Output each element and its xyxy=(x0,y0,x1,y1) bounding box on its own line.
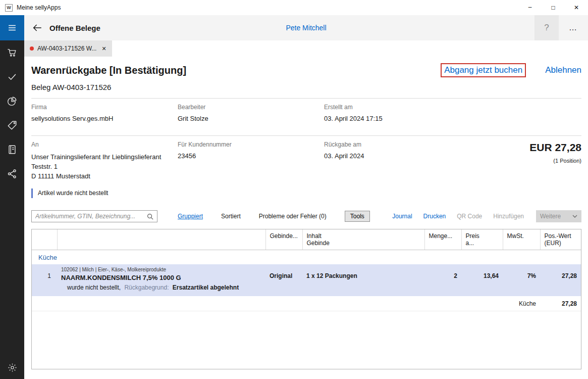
minimize-button[interactable]: – xyxy=(518,0,542,15)
item-mwst: 7% xyxy=(503,264,540,282)
erstellt-label: Erstellt am xyxy=(324,104,581,111)
item-note-value: Ersatzartikel abgelehnt xyxy=(173,284,239,291)
col-preis-header[interactable]: Preis a... xyxy=(461,229,503,250)
maximize-button[interactable]: □ xyxy=(542,0,565,15)
summary-group-label: Küche xyxy=(32,296,540,311)
item-meta: 102062 | Milch | Eier-, Käse-, Molkereip… xyxy=(61,267,265,272)
bearbeiter-label: Bearbeiter xyxy=(178,104,324,111)
sidebar-item-cart[interactable] xyxy=(0,40,24,65)
field-an: An Unser Trainingslieferant Ihr Liebling… xyxy=(31,141,178,181)
probleme-link[interactable]: Probleme oder Fehler (0) xyxy=(259,213,327,220)
field-kundennummer: Für Kundennummer 23456 xyxy=(178,141,324,181)
item-note-label: Rückgabegrund: xyxy=(124,284,169,291)
document-total: EUR 27,28 (1 Position) xyxy=(440,141,581,181)
item-poswert: 27,28 xyxy=(540,264,581,282)
back-arrow-icon xyxy=(32,22,43,33)
ellipsis-icon: … xyxy=(569,23,578,32)
rueckgabe-label: Rückgabe am xyxy=(324,141,440,148)
positions-table: Gebinde... Inhalt Gebinde Menge... Preis xyxy=(31,229,581,369)
item-inhalt: 1 x 12 Packungen xyxy=(302,264,424,282)
user-name[interactable]: Pete Mitchell xyxy=(286,24,326,32)
article-toolbar: Gruppiert Sortiert Probleme oder Fehler … xyxy=(31,210,581,222)
summary-group-value: 27,28 xyxy=(540,296,581,311)
col-inhalt-header[interactable]: Inhalt Gebinde xyxy=(302,229,424,250)
hinzufuegen-link[interactable]: Hinzufügen xyxy=(493,213,524,220)
erstellt-value: 03. April 2024 17:15 xyxy=(324,115,581,122)
item-note-row: wurde nicht bestellt, Rückgabegrund: Ers… xyxy=(32,282,581,296)
an-line-2: Teststr. 1 xyxy=(31,162,178,171)
sidebar-item-journal[interactable] xyxy=(0,137,24,162)
sidebar-item-statistics[interactable] xyxy=(0,89,24,113)
kundennummer-label: Für Kundennummer xyxy=(178,141,324,148)
an-line-3: D 11111 Musterstadt xyxy=(31,171,178,181)
kundennummer-value: 23456 xyxy=(178,152,324,160)
reject-action[interactable]: Ablehnen xyxy=(545,65,581,75)
tab-strip: AW-0403-171526 W... ✕ xyxy=(24,40,588,57)
search-icon xyxy=(146,213,154,220)
an-line-1: Unser Trainingslieferant Ihr Lieblingsli… xyxy=(31,152,178,162)
pie-chart-icon xyxy=(7,96,18,107)
hamburger-icon xyxy=(7,22,18,33)
firma-value: sellysolutions Serv.ges.mbH xyxy=(31,115,178,122)
share-icon xyxy=(7,168,18,179)
sidebar-item-tasks[interactable] xyxy=(0,65,24,89)
col-menge-header[interactable]: Menge... xyxy=(424,229,461,250)
close-button[interactable]: ✕ xyxy=(565,0,588,15)
help-button[interactable]: ? xyxy=(534,15,559,40)
weitere-dropdown[interactable]: Weitere xyxy=(536,210,581,222)
sidebar-item-menu[interactable] xyxy=(0,15,24,40)
item-gebinde: Original xyxy=(265,264,302,282)
col-pos-header xyxy=(32,229,57,250)
field-erstellt-am: Erstellt am 03. April 2024 17:15 xyxy=(324,104,581,122)
tab-label: AW-0403-171526 W... xyxy=(37,45,96,52)
window-title: Meine sellyApps xyxy=(17,4,61,11)
warning-banner: Artikel wurde nicht bestellt xyxy=(31,188,581,198)
rueckgabe-value: 03. April 2024 xyxy=(324,152,440,160)
col-inhalt-line1: Inhalt xyxy=(307,232,420,240)
item-position: 1 xyxy=(32,264,57,282)
book-outflow-action[interactable]: Abgang jetzt buchen xyxy=(441,63,526,77)
col-inhalt-line2: Gebinde xyxy=(307,240,420,247)
sidebar-item-price-tag[interactable] xyxy=(0,113,24,137)
back-button[interactable] xyxy=(28,15,46,40)
an-label: An xyxy=(31,141,178,148)
sortiert-link[interactable]: Sortiert xyxy=(221,213,241,220)
item-preis: 13,64 xyxy=(461,264,503,282)
col-mwst-header[interactable]: MwSt. xyxy=(503,229,540,250)
firma-label: Firma xyxy=(31,104,178,111)
sidebar-spacer xyxy=(0,186,24,356)
col-gebinde-label: Gebinde... xyxy=(270,232,298,240)
item-description-cell: 102062 | Milch | Eier-, Käse-, Molkereip… xyxy=(57,264,265,282)
search-box[interactable] xyxy=(31,210,157,222)
table-row[interactable]: 1 102062 | Milch | Eier-, Käse-, Molkere… xyxy=(32,264,581,282)
item-note-spacer xyxy=(32,282,57,296)
item-menge: 2 xyxy=(424,264,461,282)
drucken-link[interactable]: Drucken xyxy=(423,213,446,220)
table-header-row: Gebinde... Inhalt Gebinde Menge... Preis xyxy=(32,229,581,250)
sidebar-item-settings[interactable] xyxy=(0,356,24,379)
checkmark-icon xyxy=(7,71,18,82)
tab-document[interactable]: AW-0403-171526 W... ✕ xyxy=(24,40,112,57)
col-poswert-line2: (EUR) xyxy=(545,240,577,247)
more-button[interactable]: … xyxy=(559,15,588,40)
group-header-row[interactable]: Küche xyxy=(32,250,581,264)
qr-code-link[interactable]: QR Code xyxy=(457,213,482,220)
col-preis-line2: a... xyxy=(466,240,499,247)
app-header: Offene Belege Pete Mitchell ? … xyxy=(24,15,588,40)
gruppiert-link[interactable]: Gruppiert xyxy=(178,213,203,220)
col-preis-line1: Preis xyxy=(466,232,499,240)
col-poswert-header[interactable]: Pos.-Wert (EUR) xyxy=(540,229,581,250)
col-poswert-line1: Pos.-Wert xyxy=(545,232,577,240)
field-firma: Firma sellysolutions Serv.ges.mbH xyxy=(31,104,178,122)
tab-close-icon[interactable]: ✕ xyxy=(101,45,106,52)
journal-link[interactable]: Journal xyxy=(392,213,412,220)
weitere-label: Weitere xyxy=(540,213,561,220)
item-name: NAARM.KONDENSMILCH 7,5% 1000 G xyxy=(61,274,265,281)
col-gebinde-header[interactable]: Gebinde... xyxy=(265,229,302,250)
cart-icon xyxy=(7,47,18,58)
search-input[interactable] xyxy=(35,213,146,220)
sidebar-item-share[interactable] xyxy=(0,162,24,186)
item-note-text: wurde nicht bestellt, xyxy=(67,284,121,291)
tools-button[interactable]: Tools xyxy=(345,211,370,222)
window-titlebar: W Meine sellyApps – □ ✕ xyxy=(0,0,588,15)
